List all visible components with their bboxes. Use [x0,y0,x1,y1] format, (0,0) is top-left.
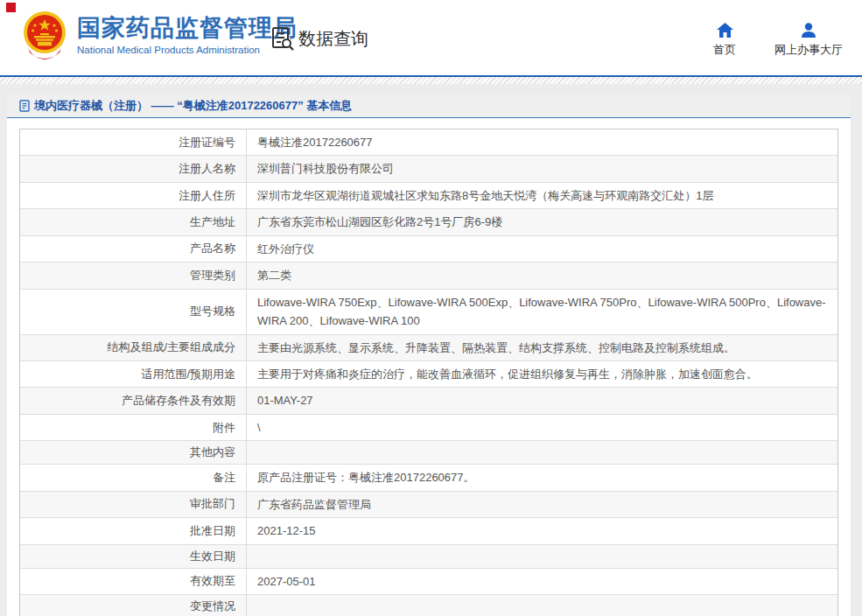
data-query-nav[interactable]: 数据查询 [271,26,368,51]
header-nav: 首页 网上办事大厅 [713,23,843,58]
table-row: 适用范围/预期用途 主要用于对疼痛和炎症的治疗，能改善血液循环，促进组织修复与再… [20,361,837,388]
corner-red-square [6,3,16,12]
table-row: 附件 \ [20,415,837,441]
table-row: 产品名称 红外治疗仪 [20,236,837,262]
table-row: 注册人住所 深圳市龙华区观湖街道观城社区求知东路8号金地天悦湾（梅关高速与环观南… [20,183,837,209]
row-value: 主要由光源系统、显示系统、升降装置、隔热装置、结构支撑系统、控制电路及控制系统组… [247,335,837,360]
row-label: 结构及组成/主要组成成分 [20,335,247,360]
table-row: 管理类别 第二类 [20,262,837,289]
logo-title: 国家药品监督管理局 [77,15,298,42]
row-value [247,545,837,568]
document-search-icon [271,26,294,51]
row-value [247,595,837,616]
table-row: 审批部门 广东省药品监督管理局 [20,492,837,518]
row-label: 注册人名称 [20,156,247,181]
document-icon [19,100,30,112]
table-row: 生产地址 广东省东莞市松山湖园区彰化路2号1号厂房6-9楼 [20,209,837,235]
row-value: 原产品注册证号：粤械注准20172260677。 [247,465,837,490]
row-value [247,441,837,464]
page-title: 境内医疗器械（注册） —— “粤械注准20172260677” 基本信息 [34,98,352,114]
row-value: 第二类 [247,262,837,288]
table-row: 有效期至 2027-05-01 [20,569,837,595]
table-row: 变更情况 [20,595,837,616]
nav-label-home: 首页 [713,42,736,58]
row-label: 管理类别 [20,262,247,288]
row-value: 深圳市龙华区观湖街道观城社区求知东路8号金地天悦湾（梅关高速与环观南路交汇处）1… [247,183,837,208]
table-row: 注册证编号 粤械注准20172260677 [20,130,837,156]
table-row: 产品储存条件及有效期 01-MAY-27 [20,388,837,414]
row-label: 附件 [20,415,247,440]
person-icon [801,23,816,38]
row-label: 备注 [20,465,247,490]
row-value: 广东省药品监督管理局 [247,492,837,517]
row-value: 01-MAY-27 [247,388,837,413]
section-title-bar: 境内医疗器械（注册） —— “粤械注准20172260677” 基本信息 [7,94,851,118]
row-label: 生产地址 [20,209,247,234]
table-row: 结构及组成/主要组成成分 主要由光源系统、显示系统、升降装置、隔热装置、结构支撑… [20,335,837,361]
registration-info-table: 注册证编号 粤械注准20172260677 注册人名称 深圳普门科技股份有限公司… [19,129,838,616]
row-value: 主要用于对疼痛和炎症的治疗，能改善血液循环，促进组织修复与再生，消除肿胀，加速创… [247,361,837,387]
table-row: 注册人名称 深圳普门科技股份有限公司 [20,156,837,182]
table-row: 备注 原产品注册证号：粤械注准20172260677。 [20,465,837,491]
table-row: 批准日期 2021-12-15 [20,518,837,544]
logo-subtitle: National Medical Products Administration [77,45,298,55]
row-label: 型号规格 [20,290,247,334]
site-logo[interactable]: 国家药品监督管理局 National Medical Products Admi… [21,9,298,61]
row-value: \ [247,415,837,440]
content-panel: 境内医疗器械（注册） —— “粤械注准20172260677” 基本信息 注册证… [7,94,851,616]
row-label: 批准日期 [20,518,247,543]
row-value: Lifowave-WIRA 750Exp、Lifowave-WIRA 500Ex… [247,290,837,334]
data-query-label: 数据查询 [298,27,368,51]
row-value: 粤械注准20172260677 [247,130,837,155]
nav-item-home[interactable]: 首页 [713,23,736,58]
row-value: 深圳普门科技股份有限公司 [247,156,837,181]
row-label: 产品名称 [20,236,247,262]
row-label: 注册证编号 [20,130,247,155]
table-row: 型号规格 Lifowave-WIRA 750Exp、Lifowave-WIRA … [20,290,837,335]
national-emblem-icon [21,9,68,61]
table-row: 其他内容 [20,441,837,465]
header-hatch-divider [0,77,862,84]
row-value: 红外治疗仪 [247,236,837,262]
row-label: 审批部门 [20,492,247,517]
row-label: 产品储存条件及有效期 [20,388,247,413]
row-label: 变更情况 [20,595,247,616]
site-header: 国家药品监督管理局 National Medical Products Admi… [0,0,862,77]
row-label: 注册人住所 [20,183,247,208]
logo-text: 国家药品监督管理局 National Medical Products Admi… [77,15,298,55]
home-icon [717,23,733,38]
row-label: 其他内容 [20,441,247,464]
table-row: 生效日期 [20,545,837,569]
nav-item-service-hall[interactable]: 网上办事大厅 [774,23,843,58]
row-value: 2027-05-01 [247,569,837,594]
nav-label-service-hall: 网上办事大厅 [774,42,843,58]
row-label: 适用范围/预期用途 [20,361,247,387]
row-value: 2021-12-15 [247,518,837,543]
row-label: 有效期至 [20,569,247,594]
row-label: 生效日期 [20,545,247,568]
row-value: 广东省东莞市松山湖园区彰化路2号1号厂房6-9楼 [247,209,837,234]
